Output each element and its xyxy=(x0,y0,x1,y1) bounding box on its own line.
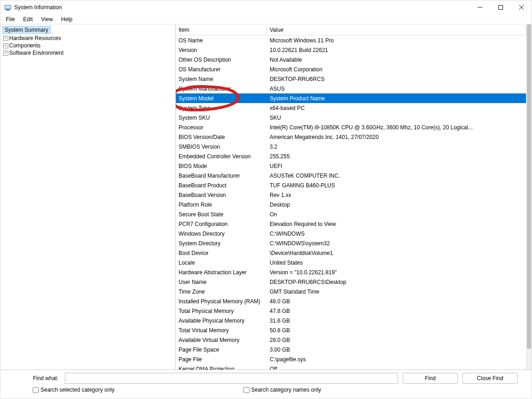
column-header-item[interactable]: Item xyxy=(176,25,267,35)
find-input[interactable] xyxy=(65,373,398,384)
list-row[interactable]: Installed Physical Memory (RAM)48.0 GB xyxy=(176,296,526,306)
row-item: System SKU xyxy=(176,115,267,121)
row-item: Available Virtual Memory xyxy=(176,337,267,343)
maximize-button[interactable] xyxy=(490,0,511,14)
row-value: 3.2 xyxy=(267,144,526,150)
row-value: United States xyxy=(267,260,526,266)
column-header-value[interactable]: Value xyxy=(267,25,526,35)
list-body[interactable]: Item Value OS NameMicrosoft Windows 11 P… xyxy=(176,24,526,370)
expander-icon[interactable]: + xyxy=(3,51,8,56)
row-item: Kernel DMA Protection xyxy=(176,366,267,370)
list-row[interactable]: OS NameMicrosoft Windows 11 Pro xyxy=(176,35,526,45)
list-row[interactable]: BaseBoard VersionRev 1.xx xyxy=(176,190,526,200)
list-row[interactable]: Platform RoleDesktop xyxy=(176,200,526,209)
list-row[interactable]: Secure Boot StateOn xyxy=(176,209,526,219)
row-value: DESKTOP-RRU6RCS\Desktop xyxy=(267,279,526,285)
checkbox-icon[interactable] xyxy=(243,387,249,393)
search-category-names-checkbox[interactable]: Search category names only xyxy=(243,387,321,393)
row-item: PCR7 Configuration xyxy=(176,221,267,227)
row-value: DESKTOP-RRU6RCS xyxy=(267,76,526,82)
row-item: Version xyxy=(176,47,267,53)
list-row[interactable]: Page File Space3.00 GB xyxy=(176,345,526,354)
menu-file[interactable]: File xyxy=(2,15,18,23)
app-icon xyxy=(4,4,12,11)
list-row[interactable]: System SKUSKU xyxy=(176,113,526,122)
vertical-scrollbar[interactable] xyxy=(526,24,532,370)
content-area: System Summary + Hardware Resources + Co… xyxy=(0,24,532,370)
row-item: Platform Role xyxy=(176,202,267,208)
list-row[interactable]: Total Virtual Memory50.8 GB xyxy=(176,325,526,335)
list-row[interactable]: Version10.0.22621 Build 22621 xyxy=(176,45,526,55)
list-row[interactable]: BaseBoard ManufacturerASUSTeK COMPUTER I… xyxy=(176,171,526,180)
menu-edit[interactable]: Edit xyxy=(19,15,36,23)
tree-root-system-summary[interactable]: System Summary xyxy=(2,26,51,34)
close-button[interactable] xyxy=(511,0,532,14)
row-value: 255.255 xyxy=(267,153,526,160)
search-selected-category-checkbox[interactable]: Search selected category only xyxy=(33,387,115,393)
checkbox-label: Search selected category only xyxy=(40,387,115,393)
list-row[interactable]: System NameDESKTOP-RRU6RCS xyxy=(176,74,526,84)
titlebar[interactable]: System Information xyxy=(0,0,532,14)
list-row[interactable]: SMBIOS Version3.2 xyxy=(176,142,526,151)
row-value: UEFI xyxy=(267,163,526,169)
expander-icon[interactable]: + xyxy=(3,36,8,41)
list-row[interactable]: User NameDESKTOP-RRU6RCS\Desktop xyxy=(176,277,526,287)
row-item: Available Physical Memory xyxy=(176,318,267,324)
row-value: TUF GAMING B460-PLUS xyxy=(267,182,526,189)
row-item: Total Virtual Memory xyxy=(176,327,267,334)
find-button[interactable]: Find xyxy=(403,373,458,384)
list-row[interactable]: BaseBoard ProductTUF GAMING B460-PLUS xyxy=(176,180,526,190)
row-item: BIOS Version/Date xyxy=(176,134,267,140)
scrollbar-thumb[interactable] xyxy=(527,24,531,349)
list-row[interactable]: Embedded Controller Version255.255 xyxy=(176,151,526,161)
row-item: Time Zone xyxy=(176,289,267,295)
svg-rect-4 xyxy=(498,6,503,10)
row-item: Locale xyxy=(176,260,267,266)
tree-pane[interactable]: System Summary + Hardware Resources + Co… xyxy=(0,24,176,370)
menubar: File Edit View Help xyxy=(0,14,532,24)
list-row[interactable]: Available Physical Memory31.6 GB xyxy=(176,316,526,325)
expander-icon[interactable]: + xyxy=(3,43,8,48)
row-value: GMT Standard Time xyxy=(267,289,526,295)
list-row[interactable]: Available Virtual Memory28.0 GB xyxy=(176,335,526,345)
row-value: 10.0.22621 Build 22621 xyxy=(267,47,526,53)
list-row[interactable]: System ModelSystem Product Name xyxy=(176,93,526,103)
row-item: Windows Directory xyxy=(176,231,267,237)
list-row[interactable]: System DirectoryC:\WINDOWS\system32 xyxy=(176,238,526,248)
row-value: ASUS xyxy=(267,86,526,92)
row-value: Off xyxy=(267,366,526,370)
window-controls xyxy=(469,0,532,14)
checkbox-icon[interactable] xyxy=(33,387,39,393)
row-value: x64-based PC xyxy=(267,105,526,111)
row-value: Microsoft Corporation xyxy=(267,66,526,73)
list-row[interactable]: Boot Device\Device\HarddiskVolume1 xyxy=(176,248,526,258)
menu-view[interactable]: View xyxy=(37,15,57,23)
list-row[interactable]: Hardware Abstraction LayerVersion = "10.… xyxy=(176,267,526,277)
tree-item-components[interactable]: + Components xyxy=(0,42,175,49)
minimize-button[interactable] xyxy=(469,0,490,14)
list-row[interactable]: Time ZoneGMT Standard Time xyxy=(176,287,526,296)
tree-item-hardware-resources[interactable]: + Hardware Resources xyxy=(0,35,175,42)
menu-help[interactable]: Help xyxy=(58,15,76,23)
list-row[interactable]: System Typex64-based PC xyxy=(176,103,526,113)
list-row[interactable]: LocaleUnited States xyxy=(176,258,526,267)
row-item: Total Physical Memory xyxy=(176,308,267,314)
list-row[interactable]: Windows DirectoryC:\WINDOWS xyxy=(176,229,526,238)
close-find-button[interactable]: Close Find xyxy=(463,373,518,384)
list-row[interactable]: Other OS DescriptionNot Available xyxy=(176,55,526,64)
checkbox-label: Search category names only xyxy=(251,387,321,393)
list-row[interactable]: Total Physical Memory47.8 GB xyxy=(176,306,526,316)
row-value: 3.00 GB xyxy=(267,347,526,353)
list-row[interactable]: OS ManufacturerMicrosoft Corporation xyxy=(176,64,526,74)
list-row[interactable]: System ManufacturerASUS xyxy=(176,84,526,93)
row-item: Hardware Abstraction Layer xyxy=(176,269,267,276)
list-row[interactable]: Page FileC:\pagefile.sys xyxy=(176,354,526,364)
list-row[interactable]: Kernel DMA ProtectionOff xyxy=(176,364,526,370)
tree-item-software-environment[interactable]: + Software Environment xyxy=(0,49,175,57)
list-row[interactable]: BIOS ModeUEFI xyxy=(176,161,526,171)
list-row[interactable]: BIOS Version/DateAmerican Megatrends Inc… xyxy=(176,132,526,142)
row-value: On xyxy=(267,211,526,218)
row-value: C:\pagefile.sys xyxy=(267,356,526,363)
list-row[interactable]: ProcessorIntel(R) Core(TM) i9-10850K CPU… xyxy=(176,122,526,132)
list-row[interactable]: PCR7 ConfigurationElevation Required to … xyxy=(176,219,526,229)
